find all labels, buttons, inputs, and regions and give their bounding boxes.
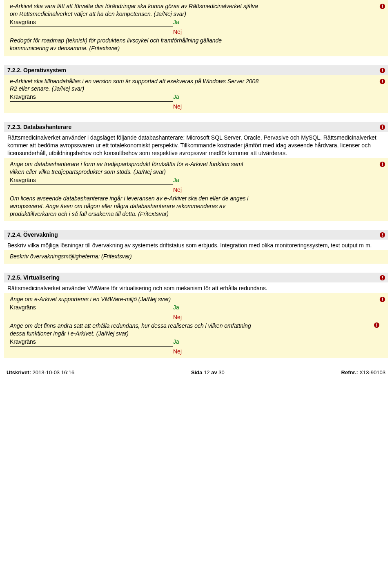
divider — [10, 311, 173, 312]
answer-nej: Nej — [173, 348, 382, 355]
section-723-header: 7.2.3. Databashanterare — [4, 122, 388, 132]
kravgrans-label: Kravgräns — [10, 338, 173, 345]
alert-icon — [379, 161, 385, 167]
section-725-header: 7.2.5. Virtualisering — [4, 273, 388, 282]
page-footer: Utskrivet: 2013-10-03 16:16 Sida 12 av 3… — [4, 365, 388, 376]
section-title: 7.2.2. Operativsystem — [7, 67, 66, 73]
section-title: 7.2.4. Övervakning — [7, 231, 58, 238]
footer-ref-value: X13-90103 — [359, 369, 385, 376]
intro-text: Beskriv vilka möjliga lösningar till öve… — [7, 242, 372, 249]
question-block-723: Ange om databashanterare i form av tredj… — [4, 158, 388, 221]
question-text: Ange om det finns andra sätt att erhålla… — [10, 322, 259, 338]
question-text: e-Arkivet ska vara lätt att förvalta dvs… — [10, 2, 259, 18]
question-block-724: Beskriv övervakningsmöjligheterna: (Frit… — [4, 250, 388, 264]
footer-page-total: 30 — [218, 369, 224, 376]
question-block-725-1: Ange om e-Arkivet supporteras i en VMWar… — [4, 293, 388, 358]
footer-page: Sida 12 av 30 — [191, 369, 225, 376]
answer-ja: Ja — [173, 177, 179, 183]
section-722-header: 7.2.2. Operativsystem — [4, 65, 388, 75]
answer-ja: Ja — [173, 93, 179, 100]
answer-ja: Ja — [173, 19, 179, 25]
question-text: e-Arkivet ska tillhandahållas i en versi… — [10, 78, 259, 93]
alert-icon — [379, 67, 385, 73]
footer-printed: Utskrivet: 2013-10-03 16:16 — [7, 369, 74, 376]
answer-nej: Nej — [173, 103, 382, 110]
answer-ja: Ja — [173, 338, 179, 345]
question-text: Ange om databashanterare i form av tredj… — [10, 160, 259, 176]
kravgrans-row: Kravgräns Ja — [10, 304, 382, 311]
alert-icon — [379, 232, 385, 238]
question-block-top: e-Arkivet ska vara lätt att förvalta dvs… — [4, 0, 388, 56]
intro-text: Rättsmedicinalverket använder i dagsläge… — [7, 134, 376, 156]
footer-page-current: 12 — [204, 369, 209, 376]
kravgrans-row: Kravgräns Ja — [10, 93, 382, 100]
footer-ref: Refnr.: X13-90103 — [341, 369, 385, 376]
section-725-intro: Rättsmedicinalverket använder VMWare för… — [4, 282, 388, 293]
footer-printed-value: 2013-10-03 16:16 — [33, 369, 75, 376]
question-text: Ange om e-Arkivet supporteras i en VMWar… — [10, 296, 259, 303]
footer-ref-label: Refnr.: — [341, 369, 358, 376]
answer-nej: Nej — [173, 187, 382, 193]
answer-ja: Ja — [173, 304, 179, 311]
alert-icon — [379, 78, 385, 84]
section-title: 7.2.5. Virtualisering — [7, 274, 60, 281]
kravgrans-label: Kravgräns — [10, 19, 173, 25]
section-724-header: 7.2.4. Övervakning — [4, 230, 388, 240]
kravgrans-row: Kravgräns Ja — [10, 177, 382, 183]
kravgrans-row: Kravgräns Ja — [10, 19, 382, 25]
page-container: e-Arkivet ska vara lätt att förvalta dvs… — [0, 0, 392, 384]
divider — [10, 26, 173, 27]
kravgrans-label: Kravgräns — [10, 93, 173, 100]
kravgrans-label: Kravgräns — [10, 304, 173, 311]
footer-page-label: Sida — [191, 369, 202, 376]
section-724-intro: Beskriv vilka möjliga lösningar till öve… — [4, 240, 388, 250]
divider — [10, 184, 173, 185]
question-text: Om licens avseende databashanterare ingå… — [10, 195, 259, 218]
footer-printed-label: Utskrivet: — [7, 369, 31, 376]
alert-icon — [374, 322, 380, 328]
divider — [10, 346, 173, 347]
alert-icon — [379, 124, 385, 130]
section-title: 7.2.3. Databashanterare — [7, 124, 71, 130]
section-723-intro: Rättsmedicinalverket använder i dagsläge… — [4, 132, 388, 158]
question-text: Beskriv övervakningsmöjligheterna: (Frit… — [10, 253, 259, 260]
intro-text: Rättsmedicinalverket använder VMWare för… — [7, 285, 267, 291]
question-block-722: e-Arkivet ska tillhandahållas i en versi… — [4, 75, 388, 113]
question-text: Redogör för roadmap (teknisk) för produk… — [10, 37, 259, 52]
divider — [10, 101, 173, 102]
footer-page-of: av — [211, 369, 217, 376]
alert-icon — [379, 3, 385, 9]
alert-icon — [379, 296, 385, 302]
answer-nej: Nej — [173, 314, 382, 320]
alert-icon — [379, 275, 385, 281]
kravgrans-label: Kravgräns — [10, 177, 173, 183]
kravgrans-row: Kravgräns Ja — [10, 338, 382, 345]
answer-nej: Nej — [173, 29, 382, 35]
